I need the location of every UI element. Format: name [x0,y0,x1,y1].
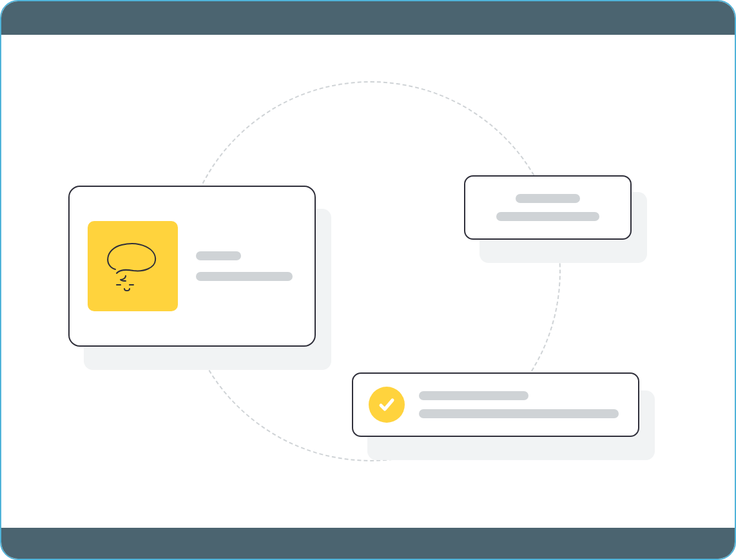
avatar-thumbnail [88,221,178,311]
placeholder-line [419,409,619,418]
check-card [352,372,639,437]
placeholder-line [516,194,580,203]
placeholder-line [419,391,528,400]
header-bar [1,1,735,35]
illustration-canvas [1,35,735,528]
check-text-placeholder [419,391,623,418]
footer-bar [1,528,735,559]
profile-text-placeholder [196,251,293,281]
check-badge [369,387,405,423]
placeholder-line [196,272,293,281]
placeholder-line [196,251,241,260]
placeholder-line [496,212,599,221]
profile-card [68,186,316,347]
checkmark-icon [377,395,396,414]
small-card [464,175,632,240]
rounded-frame [0,0,736,560]
brain-face-icon [97,231,168,302]
